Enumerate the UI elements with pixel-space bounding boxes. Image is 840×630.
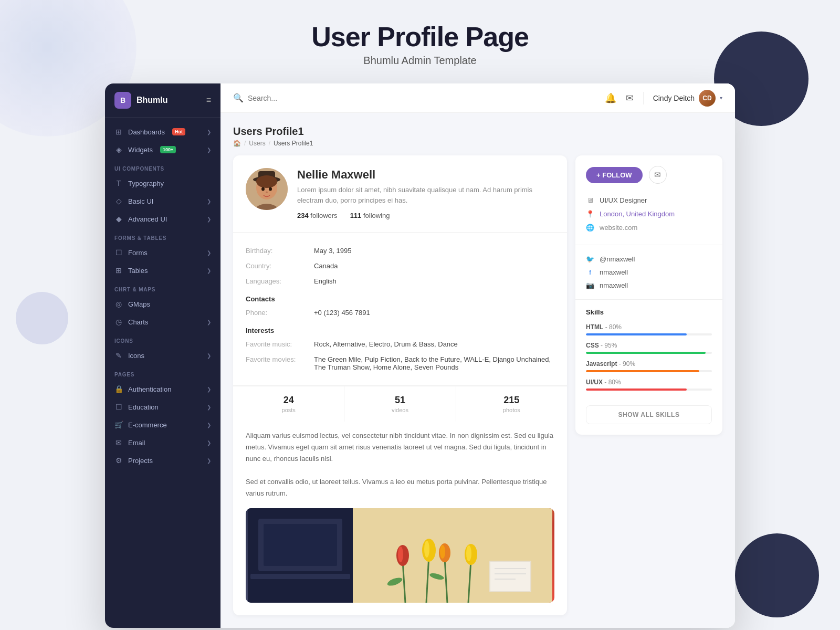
topbar-user[interactable]: Cindy Deitch CD ▾ [653,90,722,107]
globe-icon: 🌐 [586,223,594,232]
skill-html-label: HTML - 80% [586,323,712,331]
sidebar-item-label: Advanced UI [128,215,167,223]
forms-icon: ☐ [114,248,123,257]
posts-label: posts [237,407,340,413]
sidebar-item-typography[interactable]: T Typography [105,174,220,192]
sidebar-item-label: Typography [128,180,164,187]
website-value[interactable]: website.com [600,224,637,232]
sidebar-item-label: Dashboards [128,128,165,136]
chevron-icon: ❯ [207,129,211,135]
search-icon: 🔍 [233,93,244,103]
topbar-right: 🔔 ✉ Cindy Deitch CD ▾ [605,90,722,107]
search-input[interactable] [248,94,353,102]
stats-bar: 24 posts 51 videos 215 photos [233,386,567,422]
svg-point-5 [256,175,277,188]
svg-rect-12 [250,574,350,579]
sidebar-item-label: Authentication [128,385,171,393]
notification-icon[interactable]: 🔔 [605,92,616,104]
show-all-skills-button[interactable]: SHOW ALL SKILLS [586,405,712,424]
sidebar-item-ecommerce[interactable]: 🛒 E-commerce ❯ [105,416,220,434]
sidebar-item-label: Charts [128,318,148,326]
profile-image [246,508,554,603]
svg-rect-29 [490,562,530,591]
skill-css-fill [586,352,706,354]
sidebar-item-label: GMaps [128,300,150,308]
nav-section-charts: Chrt & Maps [105,279,220,295]
topbar-divider [643,92,644,104]
profile-main-card: Nellie Maxwell Lorem ipsum dolor sit ame… [233,155,567,615]
phone-value: +0 (123) 456 7891 [314,309,370,317]
facebook-item: f nmaxwell [586,266,712,279]
skill-uiux: UI/UX - 80% [586,379,712,391]
phone-row: Phone: +0 (123) 456 7891 [246,305,554,320]
country-row: Country: Canada [246,258,554,274]
skill-js-fill [586,370,699,372]
brand-name: Bhumlu [136,96,168,105]
skill-javascript: Javascript - 90% [586,360,712,372]
topbar: 🔍 🔔 ✉ Cindy Deitch CD ▾ [220,83,735,113]
instagram-handle[interactable]: nmaxwell [600,281,628,289]
twitter-handle[interactable]: @nmaxwell [600,255,635,263]
facebook-handle[interactable]: nmaxwell [600,268,628,276]
tables-icon: ⊞ [114,266,123,275]
contacts-heading: Contacts [246,295,554,303]
sidebar-item-widgets[interactable]: ◈ Widgets 100+ ❯ [105,141,220,159]
skills-section: Skills HTML - 80% [575,300,722,405]
sidebar: B Bhumlu ≡ ⊞ Dashboards Hot ❯ [105,83,220,628]
edu-icon: ☐ [114,403,123,411]
job-meta: 🖥 UI/UX Designer [586,193,712,207]
svg-rect-11 [264,524,337,566]
sidebar-item-projects[interactable]: ⚙ Projects ❯ [105,452,220,469]
sidebar-item-education[interactable]: ☐ Education ❯ [105,398,220,416]
skills-title: Skills [586,308,712,316]
ecommerce-icon: 🛒 [114,421,123,429]
projects-icon: ⚙ [114,456,123,465]
auth-icon: 🔒 [114,385,123,393]
skill-js-label: Javascript - 90% [586,360,712,368]
mail-icon[interactable]: ✉ [626,92,634,104]
sidebar-item-advanced-ui[interactable]: ◆ Advanced UI ❯ [105,210,220,228]
skill-js-bar [586,370,712,372]
photos-num: 215 [460,395,563,406]
hot-badge: Hot [172,128,185,135]
country-value: Canada [314,262,338,270]
location-meta: 📍 London, United Kingdom [586,207,712,220]
sidebar-item-email[interactable]: ✉ Email ❯ [105,434,220,452]
chevron-icon: ❯ [207,422,211,428]
search-wrap[interactable]: 🔍 [233,93,596,103]
message-button[interactable]: ✉ [649,166,667,184]
sidebar-item-dashboards[interactable]: ⊞ Dashboards Hot ❯ [105,123,220,141]
follow-button[interactable]: + FOLLOW [586,167,643,183]
location-icon: 📍 [586,209,594,218]
photos-label: photos [460,407,563,413]
birthday-label: Birthday: [246,247,314,255]
chevron-icon: ❯ [207,440,211,446]
profile-info: Nellie Maxwell Lorem ipsum dolor sit ame… [297,168,554,219]
hamburger-icon[interactable]: ≡ [206,96,211,105]
sidebar-item-basic-ui[interactable]: ◇ Basic UI ❯ [105,192,220,210]
sidebar-item-gmaps[interactable]: ◎ GMaps [105,295,220,313]
breadcrumb-users[interactable]: Users [249,140,265,147]
profile-desc: Aliquam varius euismod lectus, vel conse… [233,422,567,508]
followers-stat: 234 followers [297,212,338,219]
email-icon: ✉ [114,438,123,447]
dashboard-icon: ⊞ [114,128,123,136]
brand-icon: B [114,92,131,109]
posts-stat: 24 posts [233,386,344,422]
languages-value: English [314,277,337,285]
sidebar-item-tables[interactable]: ⊞ Tables ❯ [105,261,220,279]
sidebar-item-authentication[interactable]: 🔒 Authentication ❯ [105,380,220,398]
instagram-icon: 📷 [586,281,594,289]
profile-stats: 234 followers 111 following [297,212,554,219]
sidebar-profile-top: + FOLLOW ✉ 🖥 UI/UX Designer 📍 London, Un… [575,155,722,245]
chevron-icon: ❯ [207,268,211,274]
breadcrumb: 🏠 / Users / Users Profile1 [233,140,722,147]
posts-num: 24 [237,395,340,406]
sidebar-item-label: Widgets [128,146,153,154]
breadcrumb-home[interactable]: 🏠 [233,140,241,147]
sidebar-item-icons[interactable]: ✎ Icons ❯ [105,346,220,364]
music-label: Favorite music: [246,340,314,348]
sidebar-item-charts[interactable]: ◷ Charts ❯ [105,313,220,331]
skill-uiux-label: UI/UX - 80% [586,379,712,386]
sidebar-item-forms[interactable]: ☐ Forms ❯ [105,244,220,261]
